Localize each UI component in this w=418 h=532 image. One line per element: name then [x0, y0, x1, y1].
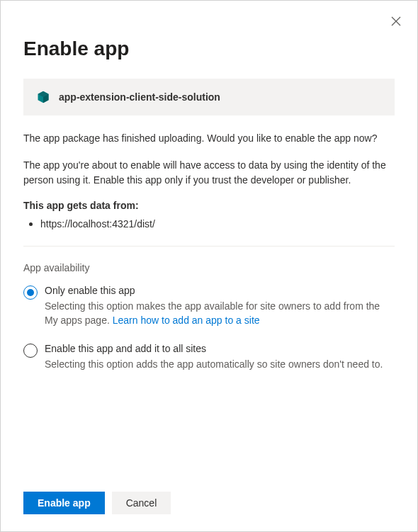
- data-sources-list: https://localhost:4321/dist/: [23, 217, 395, 232]
- app-name: app-extension-client-side-solution: [59, 91, 220, 103]
- learn-link[interactable]: Learn how to add an app to a site: [113, 315, 260, 326]
- radio-indicator-icon: [23, 285, 38, 300]
- radio-description: Selecting this option adds the app autom…: [45, 357, 395, 371]
- radio-description: Selecting this option makes the app avai…: [45, 299, 395, 328]
- radio-indicator-icon: [23, 344, 38, 358]
- availability-heading: App availability: [23, 262, 395, 273]
- radio-body: Only enable this app Selecting this opti…: [45, 285, 395, 328]
- close-icon: [391, 16, 401, 28]
- enable-app-dialog: Enable app app-extension-client-side-sol…: [0, 0, 418, 532]
- dialog-title: Enable app: [23, 38, 395, 60]
- radio-label: Only enable this app: [45, 285, 395, 296]
- cancel-button[interactable]: Cancel: [112, 492, 171, 514]
- data-source-item: https://localhost:4321/dist/: [28, 217, 395, 232]
- data-from-label: This app gets data from:: [23, 200, 395, 211]
- uploaded-message: The app package has finished uploading. …: [23, 131, 395, 145]
- trust-message: The app you're about to enable will have…: [23, 158, 395, 187]
- close-button[interactable]: [385, 11, 407, 33]
- enable-app-button[interactable]: Enable app: [23, 492, 105, 514]
- package-icon: [36, 90, 50, 104]
- app-info-bar: app-extension-client-side-solution: [23, 79, 395, 115]
- radio-label: Enable this app and add it to all sites: [45, 343, 395, 354]
- radio-body: Enable this app and add it to all sites …: [45, 343, 395, 371]
- dialog-footer: Enable app Cancel: [23, 477, 395, 514]
- radio-enable-all-sites[interactable]: Enable this app and add it to all sites …: [23, 343, 395, 371]
- availability-radio-group: Only enable this app Selecting this opti…: [23, 285, 395, 372]
- radio-only-enable[interactable]: Only enable this app Selecting this opti…: [23, 285, 395, 328]
- divider: [23, 246, 395, 247]
